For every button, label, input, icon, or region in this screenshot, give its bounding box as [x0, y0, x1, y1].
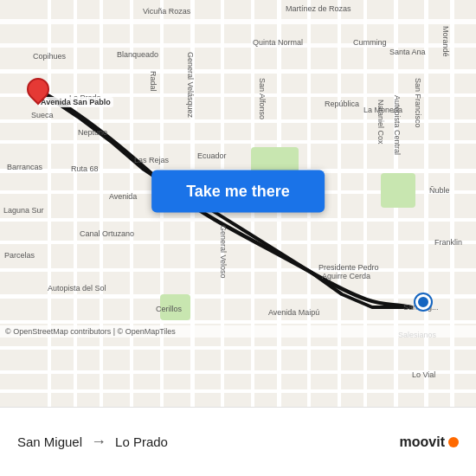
origin-marker	[26, 78, 47, 104]
take-me-there-button[interactable]: Take me there	[151, 170, 325, 212]
destination-marker	[415, 294, 431, 310]
bottom-bar: San Miguel → Lo Prado moovit	[0, 407, 476, 476]
moovit-logo: moovit	[400, 434, 459, 450]
route-from: San Miguel	[17, 434, 82, 449]
route-to: Lo Prado	[115, 434, 168, 449]
moovit-dot-icon	[448, 437, 459, 447]
route-arrow: →	[91, 433, 106, 451]
map-container: Vicuña Rozas Martínez de Rozas Blanquead…	[0, 0, 476, 407]
copyright-text: © OpenStreetMap contributors | © OpenMap…	[5, 327, 176, 336]
route-info: San Miguel → Lo Prado	[17, 433, 168, 451]
copyright-bar: © OpenStreetMap contributors | © OpenMap…	[0, 325, 476, 338]
moovit-brand-text: moovit	[400, 434, 445, 450]
